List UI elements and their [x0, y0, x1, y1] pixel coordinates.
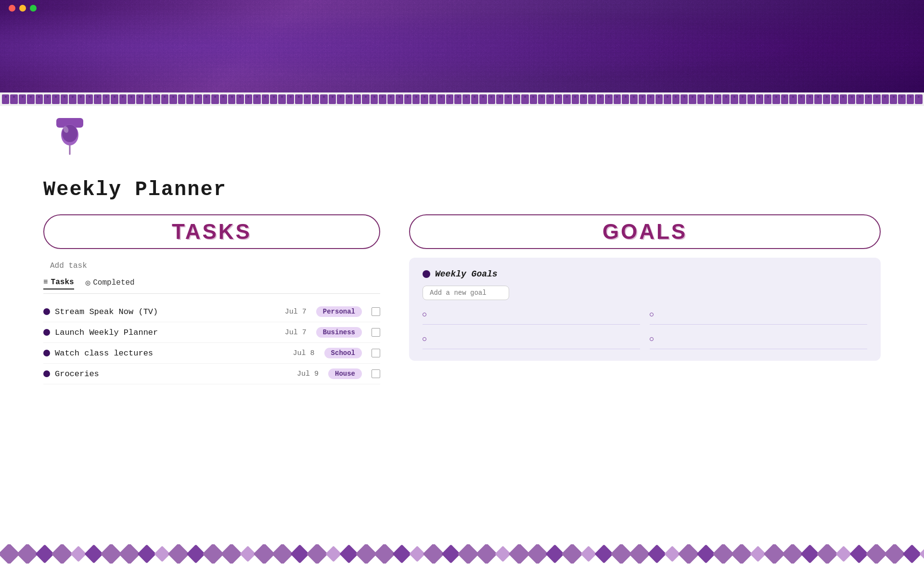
task-row: Launch Weekly Planner Jul 7 Business: [43, 322, 380, 343]
diamond-decoration: [835, 546, 852, 562]
task-checkbox-3[interactable]: [372, 369, 380, 378]
zipper-tooth: [262, 94, 269, 104]
zipper-tooth: [647, 94, 654, 104]
diamond-decoration: [782, 544, 803, 564]
zipper-tooth: [2, 94, 9, 104]
zipper-tooth: [831, 94, 838, 104]
zipper-tooth: [446, 94, 453, 104]
diamond-decoration: [137, 544, 156, 564]
diamond-decoration: [678, 544, 699, 564]
zipper-tooth: [329, 94, 336, 104]
task-tag-2: School: [324, 348, 362, 358]
tasks-tab-icon: ≡: [43, 278, 48, 287]
zipper-tooth: [898, 94, 905, 104]
zipper-tooth: [153, 94, 160, 104]
zipper-tooth: [454, 94, 462, 104]
zipper-tooth: [253, 94, 260, 104]
task-row: Stream Speak Now (TV) Jul 7 Personal: [43, 302, 380, 322]
zipper-tooth: [295, 94, 302, 104]
zipper-tooth: [873, 94, 880, 104]
task-checkbox-2[interactable]: [372, 349, 380, 357]
zipper-tooth: [220, 94, 227, 104]
zipper-tooth: [789, 94, 796, 104]
bottom-border: [0, 544, 924, 564]
zipper-teeth: [0, 94, 924, 104]
task-dot-2: [43, 350, 50, 356]
minimize-button[interactable]: [19, 5, 26, 12]
zipper-tooth: [597, 94, 604, 104]
task-checkbox-0[interactable]: [372, 307, 380, 316]
goals-dot: [423, 270, 430, 278]
zipper-tooth: [36, 94, 43, 104]
task-date-1: Jul 7: [285, 328, 307, 337]
zipper-tooth: [245, 94, 252, 104]
add-goal-input[interactable]: [423, 286, 509, 300]
zipper-tooth: [169, 94, 177, 104]
zipper-tooth: [362, 94, 369, 104]
zipper-tooth: [764, 94, 771, 104]
task-dot-1: [43, 329, 50, 336]
goals-header-button[interactable]: GOALS: [409, 214, 881, 249]
zipper-tooth: [622, 94, 629, 104]
zipper-tooth: [19, 94, 26, 104]
tasks-header-button[interactable]: TASKS: [43, 214, 380, 249]
zipper-tooth: [856, 94, 863, 104]
task-checkbox-1[interactable]: [372, 328, 380, 337]
task-tag-0: Personal: [316, 306, 362, 317]
zipper-tooth: [136, 94, 143, 104]
zipper-tooth: [513, 94, 520, 104]
zipper-tooth: [479, 94, 487, 104]
task-tag-3: House: [328, 368, 362, 379]
zipper-tooth: [103, 94, 110, 104]
goal-item: [650, 334, 867, 349]
diamond-decoration: [526, 544, 548, 564]
diamond-decoration: [16, 544, 38, 564]
task-row: Watch class lectures Jul 8 School: [43, 343, 380, 364]
columns-container: TASKS ≡ Tasks ◎ Completed Stream Speak N…: [43, 214, 881, 384]
zipper-tooth: [504, 94, 512, 104]
task-dot-3: [43, 370, 50, 377]
zipper-tooth: [840, 94, 847, 104]
diamond-decoration: [325, 546, 342, 562]
zipper-tooth: [379, 94, 386, 104]
zipper-tooth: [178, 94, 185, 104]
goals-panel-header: Weekly Goals: [423, 269, 867, 279]
zipper-tooth: [521, 94, 528, 104]
zipper-tooth: [236, 94, 244, 104]
zipper-tooth: [706, 94, 713, 104]
diamond-decoration: [423, 544, 444, 564]
zipper-tooth: [798, 94, 805, 104]
diamond-decoration: [167, 544, 189, 564]
zipper-tooth: [739, 94, 746, 104]
zipper-tooth: [580, 94, 587, 104]
page-title: Weekly Planner: [43, 178, 227, 201]
goal-item: [650, 310, 867, 325]
zipper-tooth: [823, 94, 830, 104]
zipper-tooth: [664, 94, 671, 104]
tab-tasks[interactable]: ≡ Tasks: [43, 276, 74, 289]
diamond-decoration: [647, 544, 667, 564]
zipper-tooth: [396, 94, 403, 104]
zipper-tooth: [747, 94, 755, 104]
task-tag-1: Business: [316, 327, 362, 338]
diamond-decoration: [70, 546, 87, 562]
add-task-input[interactable]: [43, 258, 380, 274]
maximize-button[interactable]: [30, 5, 37, 12]
zipper-tooth: [346, 94, 353, 104]
zipper-tooth: [806, 94, 813, 104]
zipper-tooth: [404, 94, 411, 104]
task-name-3: Groceries: [55, 369, 292, 379]
traffic-lights: [9, 5, 37, 12]
zipper-tooth: [86, 94, 93, 104]
zipper-tooth: [77, 94, 85, 104]
tab-completed[interactable]: ◎ Completed: [86, 276, 135, 289]
diamond-decoration: [271, 544, 293, 564]
close-button[interactable]: [9, 5, 15, 12]
diamond-decoration: [561, 544, 583, 564]
diamond-decoration: [51, 544, 73, 564]
zipper-tooth: [228, 94, 235, 104]
zipper-tooth: [538, 94, 545, 104]
goal-item: [423, 334, 640, 349]
top-banner: [0, 0, 924, 94]
zipper-tooth: [94, 94, 101, 104]
